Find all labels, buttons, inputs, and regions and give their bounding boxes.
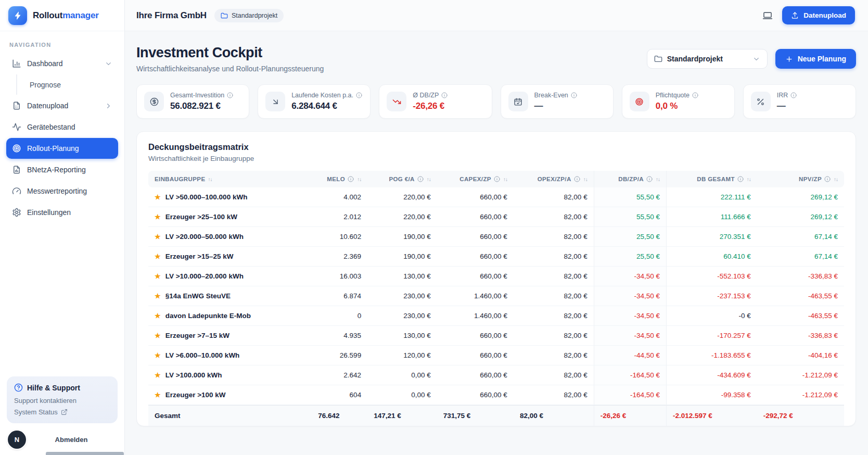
cell: -34,50 € [594,326,667,346]
cell: 26.599 [312,346,367,365]
total-cell: -292,72 € [757,405,844,426]
table-row[interactable]: ★Erzeuger >25–100 kW2.012220,00 €660,00 … [148,207,844,227]
cell: 222.111 € [667,187,757,207]
neue-planung-button[interactable]: Neue Planung [775,49,856,69]
content: Investment Cockpit Wirtschaftlichkeitsan… [125,31,868,455]
table-row[interactable]: ★LV >6.000–10.000 kWh26.599120,00 €660,0… [148,346,844,365]
kpi-label: IRR [777,92,797,99]
brand-name: Rolloutmanager [33,10,99,21]
sidebar-item-label: Rollout-Planung [27,144,79,153]
info-icon [824,176,831,182]
sidebar-item-label: Einstellungen [27,208,71,217]
cell: 230,00 € [367,306,437,326]
kpi-value: 56.082.921 € [170,101,233,111]
cell: 660,00 € [437,267,514,286]
cell: -0 € [667,306,757,326]
table-row[interactable]: ★LV >10.000–20.000 kWh16.003130,00 €660,… [148,267,844,286]
info-icon [737,176,744,182]
cell: -1.212,09 € [757,365,844,385]
cell: 82,00 € [514,227,594,247]
table-row[interactable]: ★davon Ladepunkte E-Mob0230,00 €1.460,00… [148,306,844,326]
kpi-card-laufende-kosten: Laufende Kosten p.a.6.284.644 € [258,84,371,119]
table-row[interactable]: ★Erzeuger >7–15 kW4.935130,00 €660,00 €8… [148,326,844,346]
column-header-pog-a[interactable]: POG €/A↑↓ [367,171,437,187]
cell: 82,00 € [514,187,594,207]
row-name: ★LV >6.000–10.000 kWh [148,346,312,365]
cell: 55,50 € [594,207,667,227]
sidebar-item-dashboard[interactable]: Dashboard [6,53,118,74]
help-link[interactable]: Support kontaktieren [14,397,110,405]
cell: 16.003 [312,267,367,286]
lightning-logo-icon [8,6,27,25]
cell: -164,50 € [594,365,667,385]
cell: 2.642 [312,365,367,385]
kpi-value: — [534,101,577,111]
project-badge[interactable]: Standardprojekt [214,9,284,22]
cell: -237.153 € [667,286,757,306]
plus-icon [785,55,793,63]
app-window: Rolloutmanager NAVIGATION DashboardProgn… [0,0,868,455]
sort-icon: ↑↓ [747,176,751,182]
kpi-card-break-even: Break-Even— [501,84,614,119]
cell: 660,00 € [437,207,514,227]
row-name: ★LV >50.000–100.000 kWh [148,187,312,207]
gauge-icon [12,186,21,196]
brand[interactable]: Rolloutmanager [0,0,124,31]
table-row[interactable]: ★LV >50.000–100.000 kWh4.002220,00 €660,… [148,187,844,207]
sidebar-item-rollout-planung[interactable]: Rollout-Planung [6,138,118,159]
total-cell: -2.012.597 € [667,405,757,426]
sidebar-item-geraetebestand[interactable]: Gerätebestand [6,117,118,137]
total-name: Gesamt [148,405,312,426]
datenupload-button[interactable]: Datenupload [782,6,855,24]
help-link[interactable]: System Status [14,408,110,416]
arrow-down-right-icon [265,92,285,111]
table-row[interactable]: ★LV >100.000 kWh2.6420,00 €660,00 €82,00… [148,365,844,385]
cell: 82,00 € [514,267,594,286]
column-header-npv-zp[interactable]: NPV/ZP↑↓ [757,171,844,187]
cell: 230,00 € [367,286,437,306]
project-select[interactable]: Standardprojekt [647,49,768,69]
sidebar-item-einstellungen[interactable]: Einstellungen [6,202,118,223]
cell: -1.183.655 € [667,346,757,365]
table-row[interactable]: ★Erzeuger >15–25 kW2.369190,00 €660,00 €… [148,247,844,267]
nav-section-label: NAVIGATION [9,42,115,48]
column-header-db-zp-a[interactable]: DB/ZP/A↑↓ [594,171,667,187]
cell: 130,00 € [367,267,437,286]
laptop-icon[interactable] [762,10,773,21]
sidebar-item-messwertreporting[interactable]: Messwertreporting [6,181,118,201]
topbar: Ihre Firma GmbH Standardprojekt Datenupl… [125,0,868,31]
cell: 220,00 € [367,207,437,227]
cell: -1.212,09 € [757,385,844,405]
star-icon: ★ [155,213,161,221]
cell: -336,83 € [757,326,844,346]
logout-button[interactable]: Abmelden [26,436,117,444]
sidebar-item-datenupload[interactable]: Datenupload [6,95,118,116]
horizontal-scrollbar[interactable] [46,452,124,455]
column-header-einbaugruppe[interactable]: EINBAUGRUPPE↑↓ [148,171,312,187]
cell: -170.257 € [667,326,757,346]
column-header-melo[interactable]: MELO↑↓ [312,171,367,187]
info-icon [571,92,577,98]
column-header-db-gesamt[interactable]: DB GESAMT↑↓ [667,171,757,187]
cell: 82,00 € [514,365,594,385]
cell: 2.369 [312,247,367,267]
sidebar-item-bnetza-reporting[interactable]: BNetzA-Reporting [6,159,118,180]
avatar[interactable]: N [8,431,26,449]
star-icon: ★ [155,371,161,379]
table-row[interactable]: ★Erzeuger >100 kW6040,00 €660,00 €82,00 … [148,385,844,405]
info-icon [646,176,653,182]
row-name: ★LV >100.000 kWh [148,365,312,385]
info-icon [441,92,448,98]
row-name: ★LV >10.000–20.000 kWh [148,267,312,286]
kpi-row: Gesamt-Investition56.082.921 €Laufende K… [136,84,856,119]
info-icon [348,176,354,182]
column-header-capex-zp[interactable]: CAPEX/ZP↑↓ [437,171,514,187]
cell: 190,00 € [367,227,437,247]
cell: 6.874 [312,286,367,306]
table-row[interactable]: ★LV >20.000–50.000 kWh10.602190,00 €660,… [148,227,844,247]
column-header-opex-zp-a[interactable]: OPEX/ZP/A↑↓ [514,171,594,187]
sidebar-item-prognose[interactable]: Prognose [16,74,118,95]
cell: -463,55 € [757,286,844,306]
table-row[interactable]: ★§14a EnWG SteuVE6.874230,00 €1.460,00 €… [148,286,844,306]
help-title: Hilfe & Support [14,383,110,392]
